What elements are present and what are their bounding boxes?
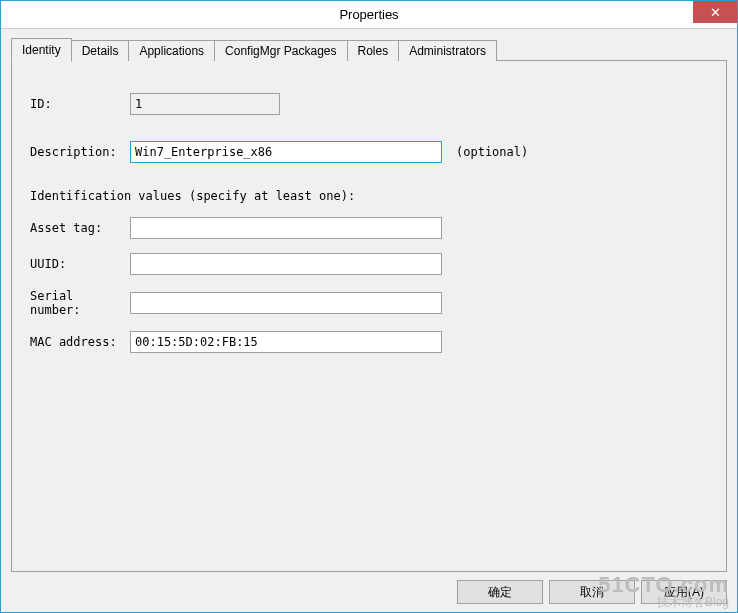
row-mac-address: MAC address: (30, 331, 708, 353)
tabstrip: Identity Details Applications ConfigMgr … (11, 38, 727, 61)
asset-tag-label: Asset tag: (30, 221, 130, 235)
identity-panel: ID: Description: (optional) Identificati… (11, 60, 727, 572)
mac-address-field[interactable] (130, 331, 442, 353)
client-area: Identity Details Applications ConfigMgr … (1, 29, 737, 612)
row-asset-tag: Asset tag: (30, 217, 708, 239)
tab-configmgr-packages[interactable]: ConfigMgr Packages (214, 40, 347, 61)
mac-address-label: MAC address: (30, 335, 130, 349)
titlebar: Properties ✕ (1, 1, 737, 29)
tab-applications[interactable]: Applications (128, 40, 215, 61)
identification-section-label: Identification values (specify at least … (30, 189, 708, 203)
tab-details[interactable]: Details (71, 40, 130, 61)
close-icon: ✕ (710, 5, 721, 20)
cancel-button[interactable]: 取消 (549, 580, 635, 604)
row-description: Description: (optional) (30, 141, 708, 163)
close-button[interactable]: ✕ (693, 1, 737, 23)
row-id: ID: (30, 93, 708, 115)
asset-tag-field[interactable] (130, 217, 442, 239)
description-label: Description: (30, 145, 130, 159)
serial-number-field[interactable] (130, 292, 442, 314)
optional-hint: (optional) (456, 145, 528, 159)
tab-roles[interactable]: Roles (347, 40, 400, 61)
id-field (130, 93, 280, 115)
serial-number-label: Serial number: (30, 289, 130, 317)
id-label: ID: (30, 97, 130, 111)
uuid-label: UUID: (30, 257, 130, 271)
tab-identity[interactable]: Identity (11, 38, 72, 62)
uuid-field[interactable] (130, 253, 442, 275)
ok-button[interactable]: 确定 (457, 580, 543, 604)
window-title: Properties (339, 7, 398, 22)
dialog-button-row: 确定 取消 应用(A) (11, 572, 727, 612)
description-field[interactable] (130, 141, 442, 163)
row-serial-number: Serial number: (30, 289, 708, 317)
row-uuid: UUID: (30, 253, 708, 275)
tab-administrators[interactable]: Administrators (398, 40, 497, 61)
properties-window: Properties ✕ Identity Details Applicatio… (0, 0, 738, 613)
apply-button[interactable]: 应用(A) (641, 580, 727, 604)
